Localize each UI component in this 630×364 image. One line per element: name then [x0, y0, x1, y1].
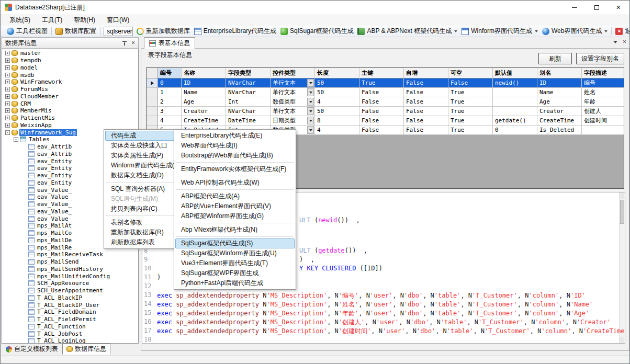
grid-cell[interactable]: 编号 [582, 78, 624, 88]
grid-cell[interactable]: False [359, 97, 404, 107]
tree-item[interactable]: T_ACL_BlackIP [2, 294, 138, 302]
tree-expander[interactable]: + [5, 79, 10, 84]
grid-cell[interactable]: Creator [537, 107, 582, 116]
menubar-item[interactable]: 窗口(W) [101, 14, 135, 26]
scroll-thumb[interactable] [620, 200, 624, 224]
tree-item[interactable]: mps_MailSend [2, 258, 138, 266]
tree-expander[interactable]: + [5, 123, 10, 128]
tree-expander[interactable]: + [5, 65, 10, 70]
menu-item[interactable]: 拷贝列表内容(C) [105, 204, 181, 214]
tree-item[interactable]: +CRM [2, 100, 138, 107]
grid-cell[interactable]: NVarChar [226, 88, 271, 97]
grid-column-header[interactable]: 控件类型 [271, 68, 315, 78]
grid-column-header[interactable]: 默认值 [493, 68, 537, 78]
tree-item[interactable]: mps_MailReceiveTask [2, 251, 138, 258]
grid-cell[interactable]: 0 [493, 126, 537, 135]
menu-item[interactable]: 刷新数据库列表 [105, 237, 181, 247]
grid-cell[interactable]: 创建时间 [582, 116, 624, 126]
row-selector-header[interactable] [147, 68, 158, 78]
database-type-combo[interactable]: sqlserver [104, 27, 133, 36]
grid-cell[interactable]: True [448, 97, 493, 107]
abp-abpnext-codegen-button[interactable]: ABP & ABPNext 框架代码生成 [355, 26, 459, 37]
minimize-button[interactable] [564, 1, 586, 14]
tree-item[interactable]: T_ACL_LoginLog [2, 337, 138, 344]
menubar-item[interactable]: 帮助(H) [68, 14, 101, 26]
menu-item[interactable]: 实体类生成快速入口 [105, 141, 181, 151]
tree-item[interactable]: +WeixinApp [2, 122, 138, 129]
winform-ui-codegen-button[interactable]: Winform界面代码生成 [459, 26, 540, 37]
menu-item[interactable]: 重新加载数据库(R) [105, 228, 181, 237]
grid-column-header[interactable]: 主键 [359, 68, 404, 78]
menu-item[interactable]: SqlSugar框架WPF界面生成 [175, 268, 295, 278]
enterpriselibrary-codegen-button[interactable]: EnterpriseLibrary代码生成 [192, 26, 278, 37]
grid-cell[interactable] [493, 107, 537, 116]
tree-item[interactable]: +model [2, 64, 138, 72]
tree-item[interactable]: T_ACL_FieldPermit [2, 316, 138, 323]
grid-row[interactable]: 4CreateTimeDateTime日期类型8FalseFalseTruege… [147, 116, 624, 126]
sqlsugar-codegen-button[interactable]: SqlSugar框架代码生成 [278, 26, 355, 37]
tree-item[interactable]: +msdb [2, 71, 138, 78]
grid-cell[interactable] [493, 97, 537, 107]
grid-cell[interactable]: DateTime [226, 116, 271, 126]
grid-row[interactable]: 3CreatorNVarChar单行文本50FalseFalseTrueCrea… [147, 107, 624, 116]
grid-cell[interactable]: 姓名 [582, 88, 624, 97]
grid-cell[interactable]: getdate() [493, 116, 537, 126]
grid-cell[interactable]: Creator [182, 107, 226, 116]
grid-cell[interactable]: 3 [158, 107, 182, 116]
maximize-button[interactable] [586, 1, 608, 14]
grid-cell[interactable]: True [448, 88, 493, 97]
grid-cell[interactable]: False [404, 97, 448, 107]
menu-item[interactable]: 代码生成 [105, 131, 181, 141]
grid-column-header[interactable]: 名称 [182, 68, 226, 78]
menu-item[interactable]: ABP框架代码生成(A) [175, 191, 295, 201]
grid-cell[interactable]: 2 [158, 97, 182, 107]
grid-cell[interactable]: False [404, 116, 448, 126]
grid-cell[interactable]: Age [182, 97, 226, 107]
grid-column-header[interactable]: 可空 [448, 68, 493, 78]
doc-close-icon[interactable]: × [623, 39, 626, 44]
refresh-button[interactable]: 刷新 [538, 53, 572, 64]
grid-cell[interactable]: False [359, 116, 404, 126]
menu-item[interactable]: 表别名修改 [105, 218, 181, 228]
grid-cell[interactable]: 4 [315, 97, 359, 107]
grid-cell[interactable]: False [404, 78, 448, 88]
grid-cell[interactable]: True [448, 107, 493, 116]
exit-button[interactable]: ×退出 [613, 26, 630, 37]
menu-item[interactable]: Vue3+Element界面代码生成(T) [175, 258, 295, 268]
grid-cell[interactable]: False [448, 78, 493, 88]
grid-cell[interactable]: 8 [315, 116, 359, 126]
toolbar-view-button[interactable]: 工具栏视图 [5, 26, 50, 37]
grid-cell[interactable]: 数值类型 [271, 97, 315, 107]
grid-cell[interactable]: False [359, 126, 404, 135]
menu-item[interactable]: EntityFramework实体框架代码生成(F) [175, 164, 295, 174]
menu-item[interactable]: Abp VNext框架代码生成(N) [175, 225, 295, 235]
grid-cell[interactable]: 4 [158, 116, 182, 126]
tree-expander[interactable]: + [5, 73, 10, 77]
grid-cell[interactable]: Is_Deleted [537, 126, 582, 135]
grid-cell[interactable]: True [359, 78, 404, 88]
scroll-up-arrow[interactable] [620, 192, 624, 199]
grid-cell[interactable]: 1 [158, 88, 182, 97]
grid-cell[interactable] [493, 88, 537, 97]
grid-cell[interactable]: 50 [315, 78, 359, 88]
tree-expander[interactable]: - [5, 130, 10, 135]
tree-expander[interactable]: + [5, 101, 10, 106]
tree-item[interactable]: mps_MailSendHistory [2, 266, 138, 273]
grid-cell[interactable]: Age [537, 97, 582, 107]
grid-cell[interactable]: Int [226, 97, 271, 107]
row-selector-cell[interactable] [147, 107, 158, 116]
grid-cell[interactable]: 日期类型 [271, 116, 315, 126]
menubar-item[interactable]: 系统(S) [4, 14, 36, 26]
grid-cell[interactable]: ID [537, 78, 582, 88]
tree-item[interactable]: T_ACL_JobPost [2, 330, 138, 337]
grid-cell[interactable]: 50 [315, 107, 359, 116]
tree-item[interactable]: T_ACL_Function [2, 323, 138, 331]
grid-column-header[interactable]: 自增 [404, 68, 448, 78]
tree-expander[interactable]: + [5, 58, 10, 63]
combo-drop-button[interactable] [307, 107, 314, 115]
tree-expander[interactable]: + [5, 87, 10, 92]
menu-item[interactable]: SQL 查询分析器(A) [105, 184, 181, 194]
grid-cell[interactable]: 4 [315, 126, 359, 135]
menu-item[interactable]: Bootstrap的Web界面代码生成(B) [175, 151, 295, 161]
grid-cell[interactable]: 单行文本 [271, 78, 315, 88]
